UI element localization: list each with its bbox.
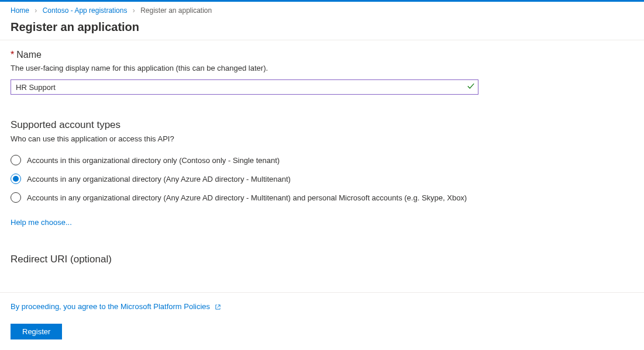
- redirect-uri-title: Redirect URI (optional): [11, 254, 633, 265]
- footer: By proceeding, you agree to the Microsof…: [0, 292, 644, 350]
- chevron-right-icon: ›: [31, 6, 40, 15]
- radio-label: Accounts in any organizational directory…: [27, 193, 467, 202]
- name-field-label: *Name: [11, 50, 633, 60]
- register-button[interactable]: Register: [11, 324, 62, 339]
- application-name-input[interactable]: [11, 79, 478, 95]
- radio-label: Accounts in this organizational director…: [27, 156, 280, 165]
- radio-label: Accounts in any organizational directory…: [27, 175, 291, 183]
- policy-notice: By proceeding, you agree to the Microsof…: [11, 302, 633, 312]
- breadcrumb-home[interactable]: Home: [11, 6, 29, 15]
- help-me-choose-link[interactable]: Help me choose...: [11, 218, 72, 227]
- name-field-description: The user-facing display name for this ap…: [11, 64, 633, 72]
- radio-icon: [11, 192, 21, 203]
- policy-text: By proceeding, you agree to the Microsof…: [11, 302, 210, 311]
- radio-icon: [11, 155, 21, 165]
- content-fade: [0, 275, 644, 286]
- page-title: Register an application: [11, 20, 633, 34]
- external-link-icon: [215, 303, 221, 312]
- chevron-right-icon: ›: [129, 6, 139, 15]
- account-type-option-single-tenant[interactable]: Accounts in this organizational director…: [11, 155, 633, 165]
- name-label-text: Name: [16, 50, 42, 60]
- name-input-wrap: [11, 79, 478, 95]
- account-type-option-multitenant[interactable]: Accounts in any organizational directory…: [11, 174, 633, 184]
- supported-account-types-title: Supported account types: [11, 119, 633, 131]
- breadcrumb: Home › Contoso - App registrations › Reg…: [0, 2, 644, 18]
- radio-icon: [11, 174, 21, 184]
- supported-account-types-description: Who can use this application or access t…: [11, 134, 633, 143]
- required-indicator: *: [11, 50, 14, 60]
- breadcrumb-app-registrations[interactable]: Contoso - App registrations: [43, 6, 128, 15]
- platform-policies-link[interactable]: By proceeding, you agree to the Microsof…: [11, 302, 221, 311]
- account-type-option-multitenant-personal[interactable]: Accounts in any organizational directory…: [11, 192, 633, 203]
- breadcrumb-current: Register an application: [140, 6, 212, 15]
